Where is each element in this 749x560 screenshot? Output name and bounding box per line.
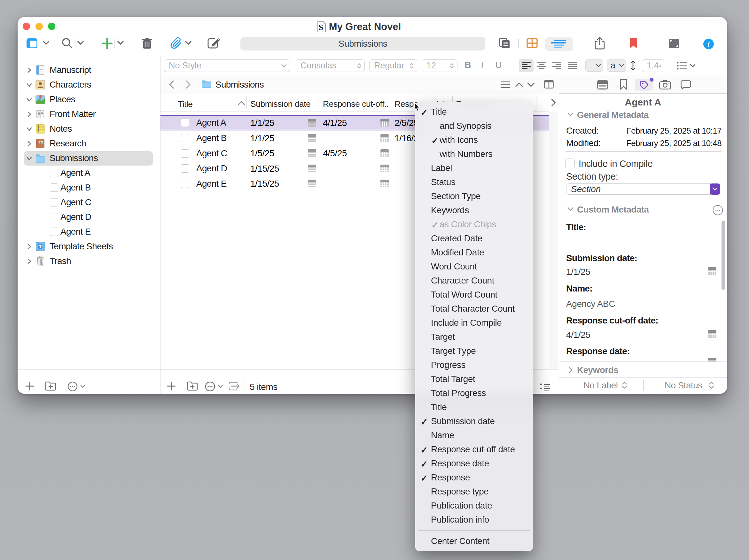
svg-text:S: S [318,23,323,32]
svg-text:T: T [39,244,42,249]
svg-text:i: i [707,40,710,48]
